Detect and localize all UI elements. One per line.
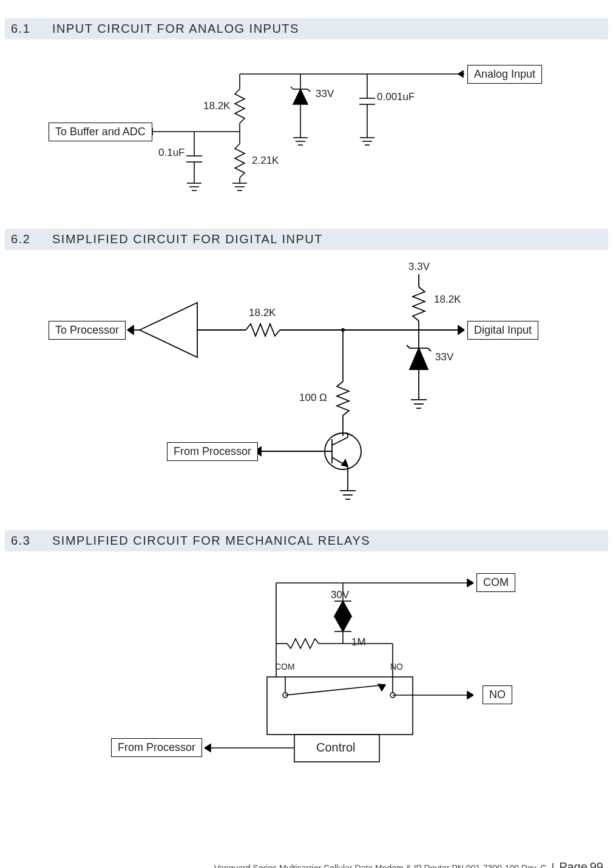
section-heading-6-2: 6.2 SIMPLIFIED CIRCUIT FOR DIGITAL INPUT [5, 229, 608, 250]
section-number: 6.3 [11, 534, 35, 548]
svg-marker-80 [378, 684, 385, 691]
series-r-value: 18.2K [249, 307, 276, 319]
section-title: INPUT CIRCUIT FOR ANALOG INPUTS [52, 22, 299, 36]
switch-com-label: COM [275, 662, 295, 671]
from-processor-label: From Processor [111, 738, 202, 757]
diagram-analog-input: To Buffer and ADC Analog Input 18.2K 2.2… [15, 47, 598, 210]
c2-value: 0.001uF [377, 91, 415, 103]
section-title: SIMPLIFIED CIRCUIT FOR DIGITAL INPUT [52, 232, 323, 246]
svg-line-43 [407, 345, 410, 348]
switch-no-label: NO [390, 662, 403, 671]
r1-value: 18.2K [203, 100, 230, 112]
footer-sep: | [552, 861, 555, 868]
zener-value: 33V [316, 88, 334, 100]
svg-marker-18 [293, 89, 308, 104]
svg-marker-69 [334, 616, 351, 631]
to-buffer-adc-label: To Buffer and ADC [49, 123, 152, 141]
digital-input-label: Digital Input [467, 321, 538, 340]
diagram-digital-input: To Processor From Processor Digital Inpu… [15, 257, 598, 512]
snubber-r-value: 1M [351, 636, 366, 648]
svg-line-44 [428, 348, 431, 351]
svg-marker-68 [334, 601, 351, 616]
footer-page-word: Page [559, 860, 588, 868]
section-heading-6-3: 6.3 SIMPLIFIED CIRCUIT FOR MECHANICAL RE… [5, 530, 608, 551]
pullup-r-value: 18.2K [434, 294, 461, 306]
svg-marker-58 [342, 460, 348, 466]
page-footer: Vanguard Series Multicarrier Cellular Da… [214, 860, 603, 868]
control-label: Control [316, 741, 355, 755]
schematic-svg [15, 257, 598, 512]
svg-marker-33 [140, 303, 197, 357]
svg-line-20 [291, 87, 293, 89]
section-heading-6-1: 6.1 INPUT CIRCUIT FOR ANALOG INPUTS [5, 18, 608, 39]
svg-rect-76 [267, 677, 413, 735]
section-title: SIMPLIFIED CIRCUIT FOR MECHANICAL RELAYS [52, 534, 370, 548]
emitter-r-value: 100 Ω [299, 392, 327, 404]
to-processor-label: To Processor [49, 321, 126, 340]
no-pin-label: NO [483, 685, 512, 704]
com-pin-label: COM [476, 573, 515, 592]
footer-pn: Vanguard Series Multicarrier Cellular Da… [214, 863, 547, 868]
tvs-value: 30V [331, 589, 349, 601]
footer-page-num: 99 [590, 860, 603, 868]
zener-value: 33V [435, 351, 453, 363]
svg-line-21 [308, 89, 310, 92]
section-number: 6.2 [11, 232, 35, 246]
from-processor-label: From Processor [167, 442, 258, 461]
svg-line-79 [285, 685, 385, 695]
r2-value: 2.21K [252, 155, 279, 167]
c1-value: 0.1uF [158, 147, 185, 159]
supply-voltage-label: 3.3V [408, 261, 430, 273]
page: 6.1 INPUT CIRCUIT FOR ANALOG INPUTS [0, 18, 613, 868]
svg-marker-45 [410, 348, 428, 369]
analog-input-label: Analog Input [467, 65, 542, 84]
svg-line-54 [332, 437, 348, 445]
schematic-svg [15, 559, 598, 789]
section-number: 6.1 [11, 22, 35, 36]
diagram-mechanical-relay: COM NO From Processor Control 30V 1M COM… [15, 559, 598, 789]
